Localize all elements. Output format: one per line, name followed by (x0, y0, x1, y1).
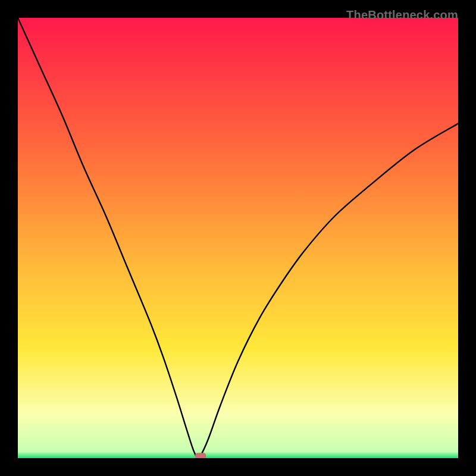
dip-marker (195, 453, 206, 458)
watermark-text: TheBottleneck.com (346, 8, 458, 22)
plot-area (18, 18, 458, 458)
chart-frame: TheBottleneck.com (8, 8, 468, 468)
bottleneck-curve (18, 18, 458, 458)
